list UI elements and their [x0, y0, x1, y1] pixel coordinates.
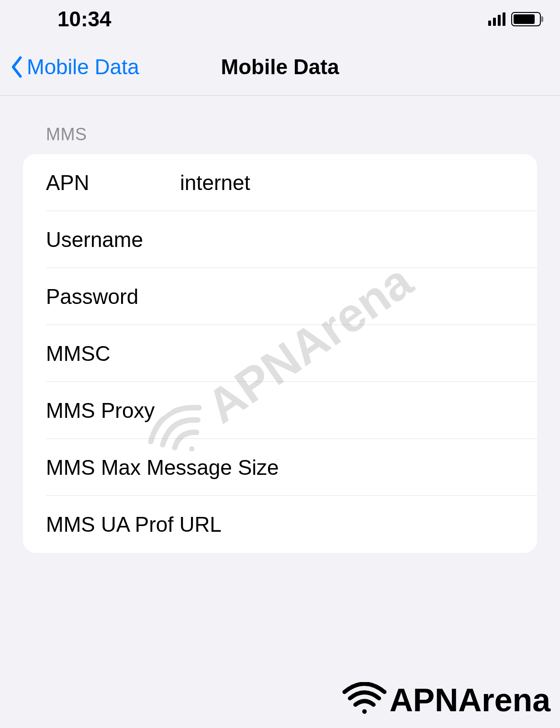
mms-max-message-size-row[interactable]: MMS Max Message Size	[23, 439, 537, 496]
page-title: Mobile Data	[221, 55, 339, 79]
chevron-back-icon	[10, 56, 23, 78]
mms-proxy-label: MMS Proxy	[46, 399, 155, 423]
signal-icon	[488, 12, 505, 26]
mmsc-input[interactable]	[180, 342, 537, 366]
mms-max-message-size-input[interactable]	[279, 456, 537, 480]
status-time: 10:34	[57, 7, 112, 31]
status-bar: 10:34	[0, 0, 560, 38]
username-label: Username	[46, 228, 180, 252]
back-button[interactable]: Mobile Data	[10, 55, 139, 79]
password-label: Password	[46, 285, 180, 309]
status-icons	[488, 12, 541, 26]
password-input[interactable]	[180, 285, 537, 309]
password-row[interactable]: Password	[23, 268, 537, 325]
battery-icon	[511, 12, 541, 26]
mms-ua-prof-url-label: MMS UA Prof URL	[46, 513, 222, 537]
footer-brand-text: APNArena	[390, 681, 550, 718]
mms-proxy-row[interactable]: MMS Proxy	[23, 382, 537, 439]
nav-bar: Mobile Data Mobile Data	[0, 38, 560, 96]
footer-brand: APNArena	[342, 681, 550, 718]
back-label: Mobile Data	[27, 55, 139, 79]
apn-label: APN	[46, 171, 180, 195]
mms-settings-group: APN Username Password MMSC MMS Proxy MMS…	[23, 154, 537, 553]
mms-ua-prof-url-row[interactable]: MMS UA Prof URL	[23, 496, 537, 553]
mmsc-row[interactable]: MMSC	[23, 325, 537, 382]
section-header-mms: MMS	[23, 124, 537, 154]
username-row[interactable]: Username	[23, 211, 537, 268]
mms-proxy-input[interactable]	[155, 399, 537, 423]
wifi-icon	[342, 682, 387, 717]
mms-ua-prof-url-input[interactable]	[222, 513, 537, 537]
mmsc-label: MMSC	[46, 342, 180, 366]
apn-input[interactable]	[180, 171, 537, 195]
apn-row[interactable]: APN	[23, 154, 537, 211]
content: MMS APN Username Password MMSC MMS Proxy	[0, 96, 560, 553]
username-input[interactable]	[180, 228, 537, 252]
mms-max-message-size-label: MMS Max Message Size	[46, 456, 279, 480]
